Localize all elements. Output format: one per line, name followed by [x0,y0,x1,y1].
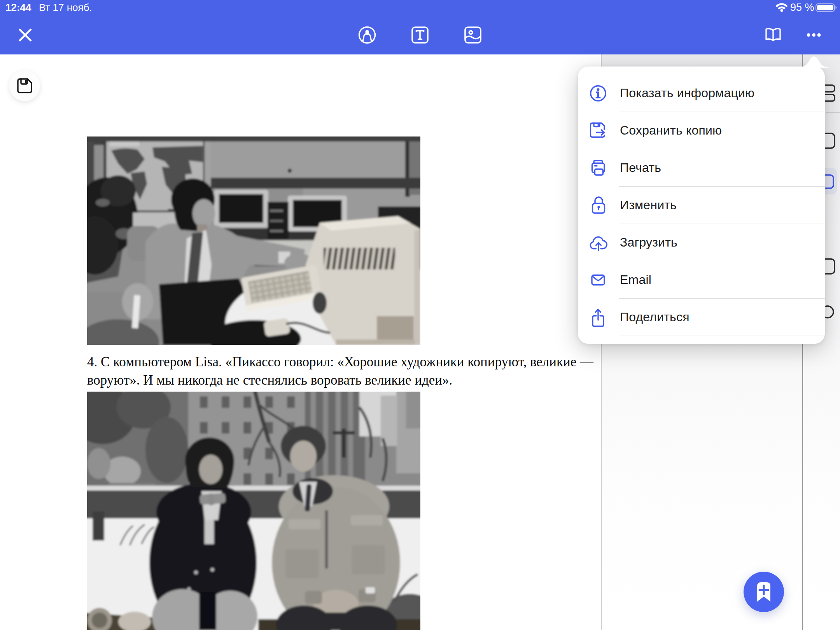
svg-text:95 %: 95 % [790,2,814,13]
